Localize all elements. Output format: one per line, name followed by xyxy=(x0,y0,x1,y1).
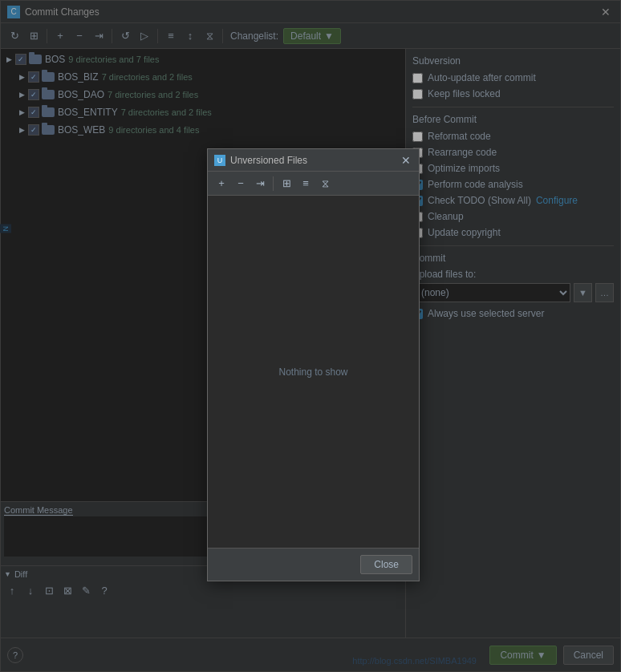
modal-overlay: U Unversioned Files ✕ + − ⇥ ⊞ ≡ ⧖ Nothin… xyxy=(0,0,621,672)
modal-view-btn[interactable]: ⊞ xyxy=(278,175,295,192)
modal-empty-text: Nothing to show xyxy=(278,366,347,378)
modal-icon: U xyxy=(214,155,225,166)
modal-title-bar: U Unversioned Files ✕ xyxy=(208,149,419,172)
modal-close-button[interactable]: ✕ xyxy=(400,154,412,167)
modal-close-btn[interactable]: Close xyxy=(360,555,412,574)
modal-content: Nothing to show xyxy=(208,196,419,548)
unversioned-files-modal: U Unversioned Files ✕ + − ⇥ ⊞ ≡ ⧖ Nothin… xyxy=(207,148,420,581)
modal-filter-btn[interactable]: ⧖ xyxy=(316,175,334,192)
modal-toolbar-sep xyxy=(273,176,274,191)
modal-diff-btn[interactable]: ≡ xyxy=(297,175,315,192)
modal-toolbar: + − ⇥ ⊞ ≡ ⧖ xyxy=(208,172,419,196)
modal-title-left: U Unversioned Files xyxy=(214,155,307,166)
modal-remove-btn[interactable]: − xyxy=(232,175,250,192)
modal-footer: Close xyxy=(208,548,419,581)
modal-move-btn[interactable]: ⇥ xyxy=(251,175,269,192)
modal-title: Unversioned Files xyxy=(230,155,307,166)
modal-add-btn[interactable]: + xyxy=(213,175,230,192)
